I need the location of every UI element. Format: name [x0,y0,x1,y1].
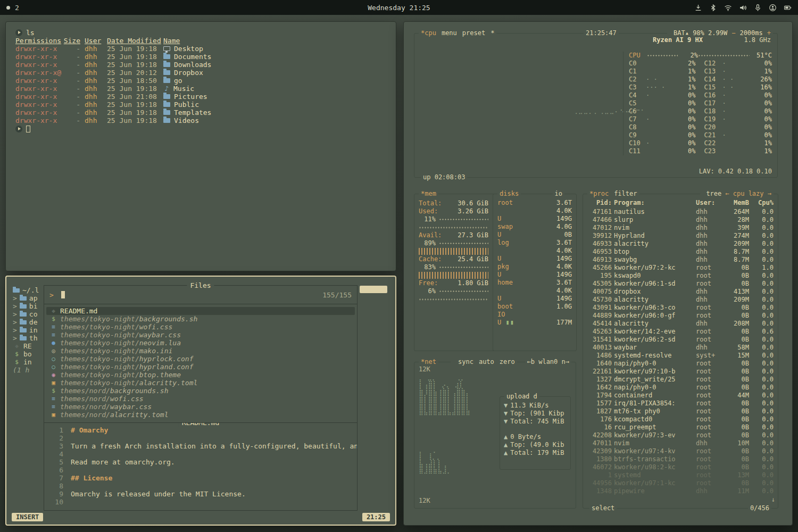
picker-item[interactable]: ◎themes/tokyo-night/mako.ini [46,347,355,355]
mem-meter [419,248,488,255]
proc-sort-options[interactable]: ← cpu lazy → [725,190,771,197]
process-row[interactable]: 1577irq/81-PIXA3854:root0B0.0 [587,400,774,408]
picker-item[interactable]: ≡themes/nord/wofi.css [46,395,355,403]
process-row[interactable]: 46953btopdhh8.7M0.0 [587,248,774,256]
tree-item[interactable]: ◆RE [13,342,39,350]
tree-item[interactable]: >ap [13,294,39,302]
tree-item[interactable]: >th [13,334,39,342]
picker-item[interactable]: ≡themes/nord/waybar.css [46,403,355,411]
process-row[interactable]: 47466slurpdhh28M0.0 [587,216,774,224]
process-row[interactable]: 1348pipewiredhh11M0.0 [587,487,774,495]
proc-header-mem[interactable]: MemB [722,199,749,207]
picker-item[interactable]: ◉themes/tokyo-night/btop.theme [46,371,355,379]
picker-item[interactable]: ≡themes/tokyo-night/wofi.css [46,323,355,331]
preview-content: 1# Omarchy23Turn a fresh Arch installati… [49,426,352,506]
prompt-line [15,124,396,133]
process-row[interactable]: 45414alacrittydhh208M0.0 [587,320,774,328]
net-mode-button[interactable]: zero [500,358,515,365]
process-row[interactable]: 46913swaybgdhh8.7M0.0 [587,256,774,264]
tree-item[interactable]: >de [13,318,39,326]
process-row[interactable]: 42309kworker/u97:4-kvroot0B0.0 [587,447,774,455]
lua-icon: ● [49,339,57,346]
disk-line: U0B [497,231,572,239]
process-row[interactable]: 44956kworker/u97:1-kcroot0B0.0 [587,479,774,487]
picker-item[interactable]: ▣themes/nord/alacritty.toml [46,411,355,419]
process-row[interactable]: 195kswapd0root0B0.0 [587,272,774,280]
picker-item[interactable]: ○themes/tokyo-night/hyprland.conf [46,363,355,371]
proc-header-program[interactable]: Program: [614,199,694,207]
mic-icon[interactable] [754,4,762,12]
process-row[interactable]: 46933alacrittydhh209M0.0 [587,240,774,248]
process-row[interactable]: 40075dropboxdhh413M0.0 [587,288,774,296]
select-hint[interactable]: select [589,504,617,512]
menu-item[interactable]: preset [462,29,485,37]
process-row[interactable]: 16rcu_preemptroot0B0.0 [587,423,774,431]
terminal-window-ls[interactable]: ls PermissionsSizeUserDate ModifiedName … [5,21,396,271]
process-row[interactable]: 1systemdroot13M0.0 [587,471,774,479]
process-row[interactable]: 1640napi/phy0-0root0B0.0 [587,360,774,368]
process-row[interactable]: 176kcompactd0root0B0.0 [587,415,774,423]
tree-item[interactable]: >in [13,326,39,334]
process-row[interactable]: 1380btrfs-transactioroot0B0.0 [587,455,774,463]
process-row[interactable]: 1486systemd-resolvesyst+15M0.0 [587,352,774,360]
interval-plus-button[interactable]: + [767,29,771,37]
tree-item[interactable]: $in [13,358,39,366]
picker-item[interactable]: ≡themes/tokyo-night/waybar.css [46,331,355,339]
process-row[interactable]: 45263kworker/14:2-everoot0B0.6 [587,328,774,336]
picker-item[interactable]: $themes/tokyo-night/backgrounds.sh [46,315,355,323]
tree-item[interactable]: >bi [13,302,39,310]
proc-header-user[interactable]: User: [696,199,720,207]
tree-root[interactable]: ~/.l [13,286,39,294]
process-row[interactable]: 47011nvimdhh10M0.0 [587,439,774,447]
process-row[interactable]: 1327dmcrypt_write/25root0B0.0 [587,376,774,384]
process-row[interactable]: 31541kworker/u96:2-sdroot0B0.0 [587,336,774,344]
proc-header-cpu[interactable]: Cpu% [751,199,774,207]
filter-button[interactable]: filter [614,190,637,197]
process-row[interactable]: 39912Hyprlanddhh274M0.0 [587,232,774,240]
process-row[interactable]: 45266kworker/u97:2-kcroot0B1.0 [587,264,774,272]
process-row[interactable]: 1794containerdroot44M0.0 [587,392,774,400]
bluetooth-icon[interactable] [709,4,717,12]
tree-item[interactable]: (1 h [13,366,39,374]
net-interface[interactable]: ←b wlan0 n→ [525,358,571,366]
process-row[interactable]: 42208kworker/u97:3-evroot0B0.0 [587,431,774,439]
volume-icon[interactable] [739,4,747,12]
process-row[interactable]: 22161kworker/u97:10-broot0B0.0 [587,368,774,376]
process-row[interactable]: 47012nvimdhh39M0.0 [587,224,774,232]
tree-item[interactable]: >co [13,310,39,318]
picker-item[interactable]: ●themes/tokyo-night/neovim.lua [46,339,355,347]
process-row[interactable]: 40013waybardhh58M0.0 [587,344,774,352]
io-label[interactable]: io [553,190,564,198]
neovim-window[interactable]: ~/.l>ap>bi>co>de>in>th◆RE$bo$in(1 h File… [5,276,396,526]
battery-icon[interactable] [784,4,792,12]
process-row[interactable]: 1642napi/phy0-0root0B0.0 [587,384,774,392]
process-row[interactable]: 45730alacrittydhh209M0.0 [587,296,774,304]
wifi-icon[interactable] [724,4,732,12]
net-mode-button[interactable]: sync [458,358,473,365]
proc-header-pid[interactable]: Pid: [587,199,612,207]
process-row[interactable]: 43091kworker/u96:3-coroot0B0.0 [587,304,774,312]
scroll-down-hint[interactable]: ↓ [771,496,775,504]
updates-icon[interactable] [694,4,702,12]
file-row: drwxr-xr-x-dhh25 Jun 19:18♪Music [15,85,396,93]
picker-item[interactable]: ○themes/tokyo-night/hyprlock.conf [46,355,355,363]
tree-item[interactable]: $bo [13,350,39,358]
picker-item[interactable]: ◆README.md [46,307,355,315]
btop-window[interactable]: *cpumenupreset* 21:25:47 BAT▴ 98% 2.99W−… [403,21,793,526]
process-row[interactable]: 45305kworker/u96:1-sdroot0B0.0 [587,280,774,288]
menu-item[interactable]: menu [442,29,457,37]
process-row[interactable]: 44889kworker/u96:0-gfroot0B0.0 [587,312,774,320]
picker-input-box[interactable]: Files > 155/155 [44,285,358,304]
process-row[interactable]: 47161nautilusdhh264M0.0 [587,208,774,216]
user-icon[interactable] [769,4,777,12]
picker-item[interactable]: ▣themes/tokyo-night/alacritty.toml [46,379,355,387]
ls-column-header: Date Modified [107,37,159,45]
tree-toggle[interactable]: tree [706,190,721,197]
net-mode-button[interactable]: auto [479,358,494,365]
picker-item[interactable]: $themes/nord/backgrounds.sh [46,387,355,395]
file-owner: dhh [85,61,103,69]
css-icon: ≡ [49,395,57,402]
interval-minus-button[interactable]: − [732,29,735,37]
process-row[interactable]: 46072kworker/u98:2-kcroot0B0.0 [587,463,774,471]
process-row[interactable]: 1827mt76-tx phy0root0B0.0 [587,408,774,415]
